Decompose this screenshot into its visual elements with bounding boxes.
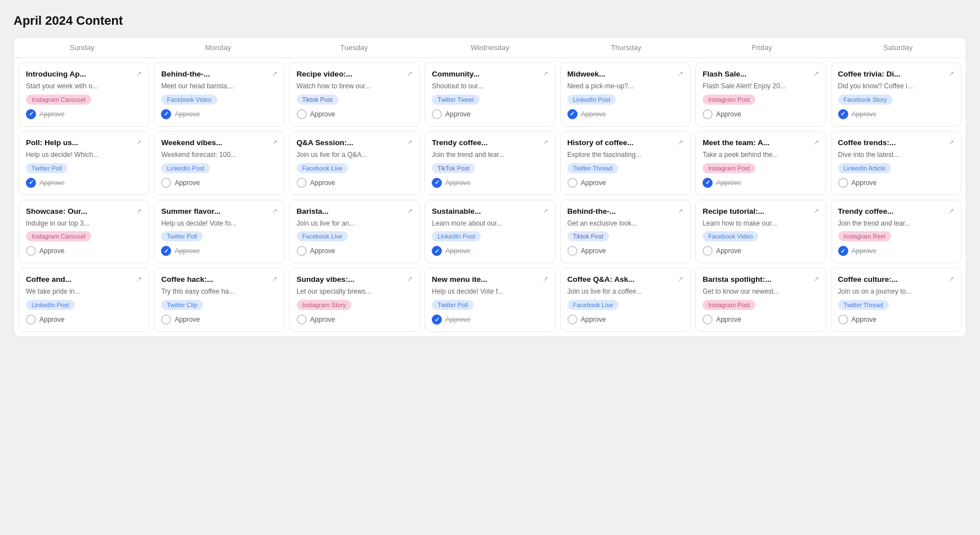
approve-checkbox[interactable] [702, 314, 713, 325]
expand-icon[interactable]: ↗ [272, 70, 278, 78]
approve-checkbox[interactable] [432, 109, 442, 119]
approve-checkbox[interactable] [161, 314, 171, 325]
card-header: Trendy coffee... ↗ [432, 138, 548, 147]
card-header: Summer flavor... ↗ [161, 207, 277, 215]
approve-checkbox[interactable] [297, 109, 307, 119]
expand-icon[interactable]: ↗ [136, 70, 142, 78]
expand-icon[interactable]: ↗ [813, 138, 819, 146]
expand-icon[interactable]: ↗ [948, 207, 954, 215]
card-title: History of coffee... [567, 138, 675, 147]
approve-checkbox[interactable] [567, 109, 578, 119]
approve-checkbox[interactable] [161, 109, 171, 119]
expand-icon[interactable]: ↗ [948, 70, 954, 78]
expand-icon[interactable]: ↗ [272, 138, 278, 146]
approve-checkbox[interactable] [432, 178, 442, 188]
approve-row: Approve [838, 109, 954, 119]
card-title: Sunday vibes:... [297, 275, 405, 284]
expand-icon[interactable]: ↗ [678, 207, 683, 215]
card-title: Weekend vibes... [161, 138, 269, 147]
approve-label: Approve [310, 110, 335, 118]
expand-icon[interactable]: ↗ [407, 70, 413, 78]
expand-icon[interactable]: ↗ [136, 138, 142, 146]
card-desc: Need a pick-me-up?... [567, 82, 683, 91]
expand-icon[interactable]: ↗ [678, 275, 683, 283]
content-type-badge: LinkedIn Post [161, 163, 210, 173]
expand-icon[interactable]: ↗ [678, 70, 683, 78]
expand-icon[interactable]: ↗ [136, 207, 142, 215]
expand-icon[interactable]: ↗ [678, 138, 683, 146]
approve-checkbox[interactable] [161, 178, 171, 188]
expand-icon[interactable]: ↗ [543, 70, 548, 78]
approve-checkbox[interactable] [161, 246, 171, 256]
approve-label: Approve [310, 247, 335, 255]
approve-checkbox[interactable] [26, 246, 36, 256]
expand-icon[interactable]: ↗ [407, 275, 413, 283]
approve-checkbox[interactable] [297, 178, 307, 188]
approve-label: Approve [852, 316, 877, 323]
expand-icon[interactable]: ↗ [543, 138, 548, 146]
expand-icon[interactable]: ↗ [543, 275, 548, 283]
expand-icon[interactable]: ↗ [948, 275, 954, 283]
approve-row: Approve [838, 314, 954, 325]
approve-label: Approve [581, 316, 606, 323]
card-desc: Meet our head barista,... [161, 82, 277, 91]
approve-checkbox[interactable] [838, 314, 848, 325]
approve-checkbox[interactable] [26, 314, 36, 325]
card-title: Meet the team: A... [702, 138, 811, 147]
card-title: Flash Sale... [702, 70, 811, 78]
calendar-card: Sustainable... ↗ Learn more about our...… [424, 200, 555, 264]
card-desc: Start your week with o... [26, 82, 142, 91]
approve-checkbox[interactable] [567, 246, 578, 256]
approve-checkbox[interactable] [702, 246, 713, 256]
approve-label: Approve [174, 316, 200, 323]
approve-label: Approve [445, 316, 471, 323]
approve-checkbox[interactable] [26, 109, 36, 119]
expand-icon[interactable]: ↗ [272, 275, 278, 283]
day-header-friday: Friday [694, 38, 830, 57]
card-desc: Try this easy coffee ha... [161, 287, 277, 296]
card-header: Midweek... ↗ [567, 70, 683, 78]
calendar-card: Barista spotlight:... ↗ Get to know our … [695, 268, 826, 332]
content-type-badge: LinkedIn Post [432, 231, 481, 241]
approve-checkbox[interactable] [432, 314, 442, 325]
approve-row: Approve [161, 109, 277, 119]
approve-checkbox[interactable] [838, 109, 848, 119]
expand-icon[interactable]: ↗ [813, 275, 819, 283]
approve-row: Approve [838, 246, 954, 256]
expand-icon[interactable]: ↗ [272, 207, 278, 215]
card-header: Coffee and... ↗ [26, 275, 142, 284]
approve-checkbox[interactable] [26, 178, 36, 188]
content-type-badge: Twitter Poll [161, 231, 203, 241]
content-type-badge: Facebook Live [567, 300, 619, 310]
calendar-card: Coffee culture:... ↗ Join us on a journe… [831, 268, 961, 332]
card-desc: Learn more about our... [432, 219, 548, 228]
expand-icon[interactable]: ↗ [407, 138, 413, 146]
approve-checkbox[interactable] [432, 246, 442, 256]
content-type-badge: Facebook Video [161, 95, 217, 105]
approve-checkbox[interactable] [838, 246, 848, 256]
expand-icon[interactable]: ↗ [813, 207, 819, 215]
calendar-card: Meet the team: A... ↗ Take a peek behind… [695, 131, 826, 195]
expand-icon[interactable]: ↗ [813, 70, 819, 78]
approve-checkbox[interactable] [702, 178, 713, 188]
approve-checkbox[interactable] [297, 314, 307, 325]
approve-label: Approve [445, 179, 471, 187]
approve-label: Approve [174, 179, 200, 187]
approve-checkbox[interactable] [567, 314, 578, 325]
approve-checkbox[interactable] [702, 109, 713, 119]
calendar-card: Coffee hack:... ↗ Try this easy coffee h… [154, 268, 284, 332]
expand-icon[interactable]: ↗ [543, 207, 548, 215]
content-type-badge: LinkedIn Post [26, 300, 75, 310]
approve-checkbox[interactable] [297, 246, 307, 256]
approve-checkbox[interactable] [838, 178, 848, 188]
approve-label: Approve [39, 316, 65, 323]
approve-row: Approve [567, 178, 683, 188]
expand-icon[interactable]: ↗ [136, 275, 142, 283]
expand-icon[interactable]: ↗ [407, 207, 413, 215]
card-desc: Dive into the latest... [838, 150, 954, 160]
card-desc: Flash Sale Alert! Enjoy 20... [702, 82, 818, 91]
approve-checkbox[interactable] [567, 178, 578, 188]
card-desc: Get to know our newest... [702, 287, 818, 296]
approve-label: Approve [716, 110, 741, 118]
expand-icon[interactable]: ↗ [948, 138, 954, 146]
